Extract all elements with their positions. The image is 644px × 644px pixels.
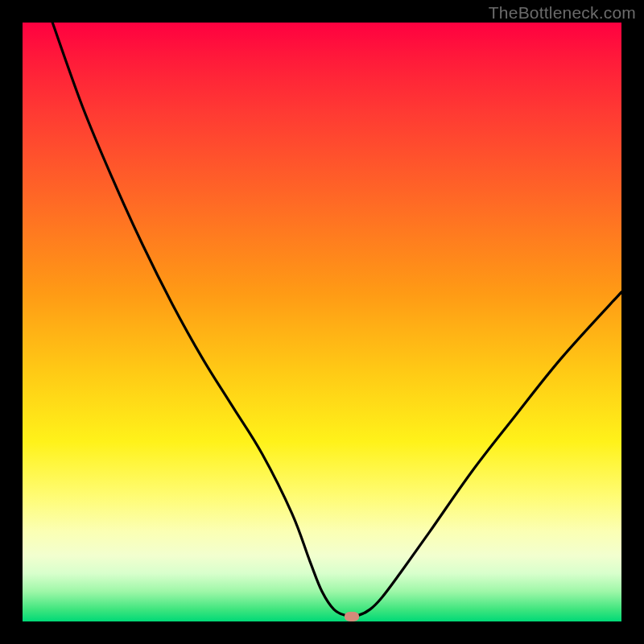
optimal-marker bbox=[345, 612, 359, 621]
watermark-text: TheBottleneck.com bbox=[489, 3, 636, 23]
chart-frame: TheBottleneck.com bbox=[0, 0, 644, 644]
plot-area bbox=[23, 23, 621, 621]
bottleneck-curve bbox=[23, 23, 621, 621]
